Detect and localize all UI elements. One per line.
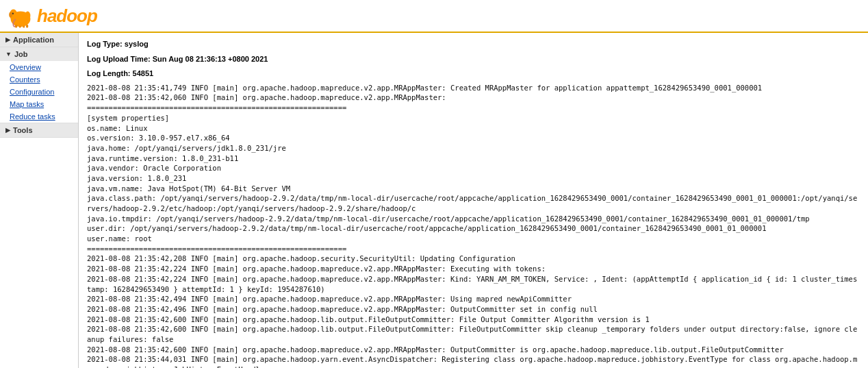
svg-rect-8 (23, 25, 25, 27)
hadoop-logo-icon (7, 3, 34, 28)
job-arrow-icon: ▼ (5, 51, 12, 58)
sidebar-section-application-header[interactable]: ▶ Application (0, 33, 78, 47)
sidebar: ▶ Application ▼ Job Overview Counters Co… (0, 33, 79, 368)
sidebar-section-tools-header[interactable]: ▶ Tools (0, 123, 78, 137)
sidebar-section-tools: ▶ Tools (0, 123, 78, 138)
application-arrow-icon: ▶ (5, 36, 10, 43)
log-upload-line: Log Upload Time: Sun Aug 08 21:36:13 +08… (87, 53, 860, 66)
sidebar-section-application: ▶ Application (0, 33, 78, 47)
log-type-value: syslog (125, 40, 149, 48)
sidebar-section-tools-label: Tools (13, 126, 33, 134)
svg-point-4 (12, 13, 14, 14)
log-length-label: Log Length: (87, 69, 131, 77)
log-content[interactable]: Log Type: syslog Log Upload Time: Sun Au… (79, 33, 868, 368)
sidebar-item-overview[interactable]: Overview (0, 61, 78, 73)
log-length-line: Log Length: 54851 (87, 68, 860, 80)
sidebar-section-job: ▼ Job Overview Counters Configuration Ma… (0, 47, 78, 123)
log-upload-label: Log Upload Time: (87, 55, 151, 63)
logo-area: hadoop (7, 3, 97, 28)
sidebar-section-job-label: Job (14, 50, 28, 58)
header: hadoop (0, 0, 868, 33)
log-type-label: Log Type: (87, 40, 123, 48)
log-body: 2021-08-08 21:35:41,749 INFO [main] org.… (87, 83, 860, 368)
svg-rect-6 (15, 25, 17, 28)
log-type-line: Log Type: syslog (87, 38, 860, 51)
svg-point-2 (25, 12, 30, 21)
hadoop-logo-text: hadoop (37, 5, 97, 27)
svg-rect-9 (26, 25, 28, 28)
log-upload-value: Sun Aug 08 21:36:13 +0800 2021 (153, 55, 268, 63)
sidebar-item-map-tasks[interactable]: Map tasks (0, 98, 78, 110)
sidebar-item-reduce-tasks[interactable]: Reduce tasks (0, 110, 78, 123)
main-layout: ▶ Application ▼ Job Overview Counters Co… (0, 33, 868, 368)
svg-rect-7 (19, 25, 21, 27)
sidebar-item-configuration[interactable]: Configuration (0, 86, 78, 98)
sidebar-section-application-label: Application (13, 36, 54, 44)
tools-arrow-icon: ▶ (5, 127, 10, 134)
sidebar-item-counters[interactable]: Counters (0, 73, 78, 86)
log-length-value: 54851 (133, 69, 154, 77)
sidebar-section-job-header[interactable]: ▼ Job (0, 47, 78, 61)
svg-point-5 (9, 12, 12, 17)
